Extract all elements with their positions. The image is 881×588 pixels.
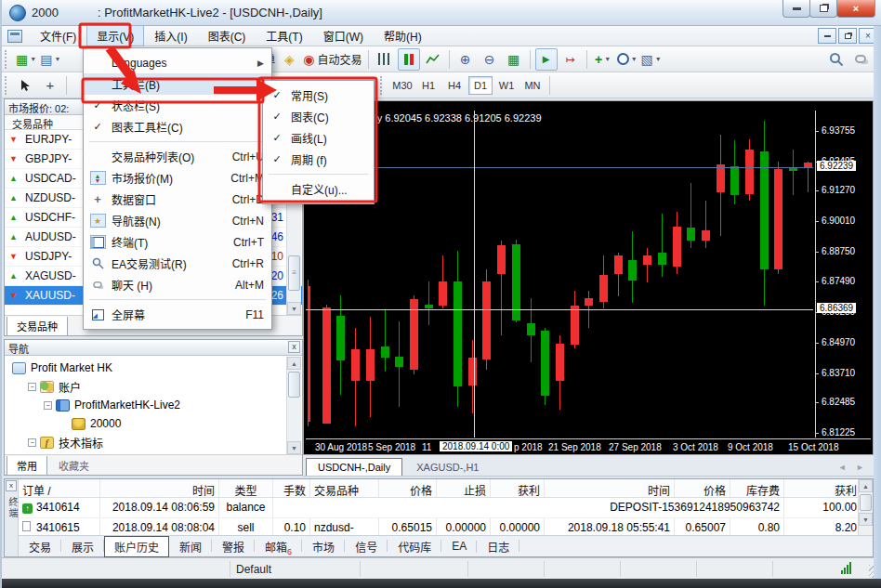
zoom-out-button[interactable]: ⊖: [479, 48, 501, 71]
submenu-item-周期f[interactable]: ✓周期 (f): [263, 149, 374, 170]
cursor-tool-button[interactable]: [15, 74, 37, 97]
tab-scroll-arrows[interactable]: ◄ ►: [838, 463, 868, 472]
chart-plot[interactable]: USDCNH-,Daily 6.92045 6.92338 6.91205 6.…: [306, 111, 813, 438]
navigator-tree-item[interactable]: −f技术指标: [5, 433, 302, 451]
chart-price-axis[interactable]: 6.937556.924956.912706.900106.887506.874…: [815, 111, 873, 438]
menu-item-c[interactable]: 图表(C): [198, 25, 256, 46]
scrollbar-thumb[interactable]: ≡: [288, 255, 300, 291]
navigator-tree-item[interactable]: −ProfitMarketHK-Live2: [5, 396, 302, 414]
navigator-tab-收藏夹[interactable]: 收藏夹: [49, 456, 99, 475]
terminal-tab-信号[interactable]: 信号: [345, 536, 388, 557]
templates-button[interactable]: ▧▼: [640, 48, 663, 71]
terminal-tab-账户历史[interactable]: 账户历史: [104, 536, 169, 557]
period-button-h1[interactable]: H1: [416, 76, 440, 95]
column-header[interactable]: 获利: [784, 479, 858, 497]
menu-item-t[interactable]: 工具(T): [256, 25, 312, 46]
column-header[interactable]: 交易品种: [310, 479, 379, 497]
crosshair-tool-button[interactable]: +: [39, 74, 61, 97]
profiles-button[interactable]: ▤▼: [39, 48, 61, 71]
chart-tab-XAGUSDH1[interactable]: XAGUSD-,H1: [405, 459, 490, 476]
column-header[interactable]: 价格: [379, 479, 437, 497]
trade-levels-icon[interactable]: ◈: [278, 48, 300, 71]
column-header[interactable]: 订单 /: [19, 479, 100, 497]
autotrade-button[interactable]: ◉自动交易: [302, 48, 362, 71]
view-menu-item-聊天H[interactable]: 聊天 (H)Alt+M: [84, 274, 271, 295]
navigator-tree-item[interactable]: Profit Market HK: [5, 359, 302, 377]
bar-chart-mode-button[interactable]: [374, 48, 396, 71]
scroll-up-button[interactable]: ▲: [859, 479, 873, 492]
terminal-tab-交易[interactable]: 交易: [19, 536, 61, 557]
view-menu-item-交易品种列表O[interactable]: 交易品种列表(O)Ctrl+U: [84, 146, 271, 167]
menu-item-f[interactable]: 文件(F): [30, 25, 86, 46]
period-button-w1[interactable]: W1: [494, 76, 519, 95]
close-button[interactable]: ×: [836, 0, 875, 18]
close-icon[interactable]: x: [288, 341, 300, 353]
view-menu-item-全屏幕[interactable]: ◢全屏幕F11: [84, 304, 271, 325]
view-menu-item-导航器N[interactable]: ★导航器(N)Ctrl+N: [84, 210, 271, 231]
submenu-item-画线L[interactable]: ✓画线(L): [263, 127, 374, 149]
column-header[interactable]: 类型: [219, 479, 273, 497]
chart-document-icon[interactable]: [7, 30, 22, 43]
period-button-mn[interactable]: MN: [520, 76, 545, 95]
submenu-item-常用S[interactable]: ✓常用(S): [263, 85, 374, 106]
chart-tab-USDCNHDaily[interactable]: USDCNH-,Daily: [306, 458, 402, 476]
candlestick-mode-button[interactable]: [398, 48, 420, 71]
tab-symbols[interactable]: 交易品种: [7, 317, 68, 336]
scrollbar-thumb[interactable]: [860, 494, 872, 511]
profile-section[interactable]: Default: [230, 561, 361, 577]
view-menu-item-市场报价M[interactable]: ▲▼市场报价(M)Ctrl+M: [84, 167, 271, 189]
menu-item-v[interactable]: 显示(V): [86, 25, 144, 46]
view-menu-item-工具栏B[interactable]: 工具栏(B)▶: [84, 73, 271, 95]
column-header[interactable]: 价格: [675, 479, 730, 497]
terminal-tab-市场[interactable]: 市场: [302, 536, 345, 557]
child-restore-button[interactable]: [838, 28, 857, 44]
navigator-scrollbar[interactable]: ▲ ▼: [286, 357, 301, 454]
indicators-button[interactable]: +▼: [592, 48, 614, 71]
scrollbar-thumb[interactable]: [288, 372, 300, 398]
collapse-icon[interactable]: −: [28, 383, 36, 391]
column-header[interactable]: 手数: [273, 479, 310, 497]
column-header[interactable]: 时间: [545, 479, 675, 497]
child-minimize-button[interactable]: [818, 28, 836, 44]
restore-button[interactable]: [809, 0, 837, 18]
search-button[interactable]: [825, 48, 848, 71]
chart-time-axis[interactable]: 30 Aug 20185 Sep 201811p 201821 Sep 2018…: [306, 438, 871, 454]
scroll-down-button[interactable]: ▼: [859, 513, 873, 526]
column-header[interactable]: 止损: [437, 479, 491, 497]
period-button-d1[interactable]: D1: [468, 76, 493, 95]
navigator-tree-item[interactable]: 20000: [5, 414, 302, 433]
terminal-tab-展示[interactable]: 展示: [61, 536, 104, 557]
menu-item-w[interactable]: 窗口(W): [313, 25, 374, 46]
submenu-item-图表C[interactable]: ✓图表(C): [263, 106, 374, 127]
zoom-in-button[interactable]: ⊕: [454, 48, 477, 71]
terminal-tab-警报[interactable]: 警报: [212, 536, 255, 557]
terminal-tab-新闻[interactable]: 新闻: [169, 536, 212, 557]
view-menu-item-状态栏S[interactable]: ✓状态栏(S): [84, 95, 271, 116]
chart-window[interactable]: USDCNH-,Daily 6.92045 6.92338 6.91205 6.…: [303, 100, 874, 455]
column-header[interactable]: 获利: [491, 479, 545, 497]
scroll-down-button[interactable]: ▼: [287, 441, 301, 454]
toolbar-grip[interactable]: [5, 76, 9, 95]
new-chart-button[interactable]: ▦▼: [15, 48, 37, 71]
trade-row[interactable]: 34106152018.09.14 08:08:04sell0.10nzdusd…: [19, 518, 858, 536]
view-menu-item-EA交易测试R[interactable]: EA交易测试(R)Ctrl+R: [84, 253, 271, 274]
view-menu-item-数据窗口[interactable]: +数据窗口Ctrl+D: [84, 189, 271, 210]
period-button-m30[interactable]: M30: [390, 76, 414, 95]
view-menu-item-终端T[interactable]: 终端(T)Ctrl+T: [84, 231, 271, 253]
minimize-button[interactable]: [782, 0, 810, 18]
menu-item-i[interactable]: 插入(I): [144, 25, 197, 46]
terminal-tab-EA[interactable]: EA: [441, 537, 477, 555]
navigator-tab-常用[interactable]: 常用: [7, 456, 47, 476]
tile-windows-button[interactable]: ▦: [503, 48, 525, 71]
chat-button[interactable]: [849, 48, 872, 71]
collapse-icon[interactable]: −: [44, 401, 52, 410]
column-header[interactable]: 时间: [100, 479, 219, 497]
toolbar-grip[interactable]: [380, 76, 385, 95]
view-menu-item-图表工具栏C[interactable]: ✓图表工具栏(C): [84, 116, 271, 137]
submenu-item-自定义u[interactable]: 自定义(u)...: [263, 178, 374, 200]
collapse-icon[interactable]: −: [28, 438, 36, 447]
periods-button[interactable]: ▼: [616, 48, 638, 71]
view-menu-item-Languages[interactable]: Languages▶: [84, 52, 271, 73]
chart-shift-button[interactable]: ↦: [559, 48, 582, 71]
line-chart-mode-button[interactable]: [422, 48, 444, 71]
